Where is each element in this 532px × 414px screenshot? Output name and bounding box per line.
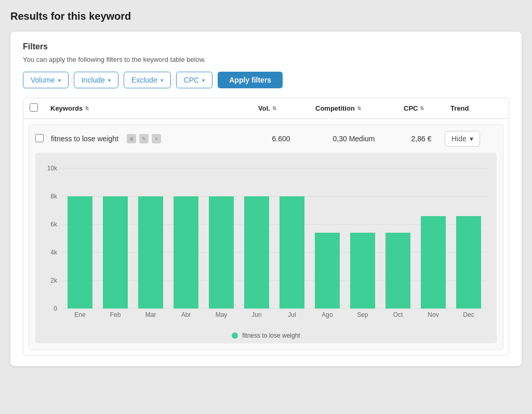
bar-feb [103,196,128,309]
keyword-action-icons: ⊕ ✎ + [127,134,161,143]
keyword-row-container: fitness to lose weight ⊕ ✎ + 6.600 0,30 … [29,124,503,350]
cpc-filter-label: CPC [184,76,200,84]
volume-filter-button[interactable]: Volume ▾ [23,72,69,88]
hide-chevron-icon: ▾ [470,135,473,143]
row-checkbox-cell [35,134,51,144]
keywords-sort-icon[interactable]: ⇅ [85,105,89,111]
competition-score: 0,30 [333,135,349,143]
page-title: Results for this keyword [10,10,522,22]
x-label-abr: Abr [181,311,191,318]
header-checkbox-cell [30,103,50,113]
col-vol: Vol. ⇅ [258,104,315,112]
x-label-jun: Jun [251,311,261,318]
main-card: Filters You can apply the following filt… [10,32,522,366]
select-all-checkbox[interactable] [30,103,38,112]
legend-dot [232,332,238,339]
keyword-text: fitness to lose weight [51,135,118,143]
keyword-name-cell: fitness to lose weight ⊕ ✎ + [51,134,252,143]
x-label-nov: Nov [428,311,438,318]
volume-filter-label: Volume [31,76,55,84]
x-label-dec: Dec [463,311,474,318]
bar-abr [174,196,198,309]
volume-chevron-icon: ▾ [58,77,61,83]
page-container: Results for this keyword Filters You can… [10,10,522,366]
exclude-filter-label: Exclude [131,76,157,84]
y-label-10k: 10k [47,165,58,172]
keyword-competition: 0,30 Medium [310,135,398,143]
bar-jul [280,196,304,309]
cpc-sort-icon[interactable]: ⇅ [420,105,424,111]
y-label-2k: 2k [50,277,58,284]
x-label-jul: Jul [288,311,296,318]
include-filter-label: Include [82,76,105,84]
col-competition: Competition ⇅ [315,104,404,112]
x-label-mar: Mar [145,311,156,318]
filter-row: Volume ▾ Include ▾ Exclude ▾ CPC ▾ Apply… [23,72,509,88]
keyword-copy-icon[interactable]: ⊕ [127,134,136,143]
hide-button[interactable]: Hide ▾ [445,131,480,146]
bar-ene [68,196,92,309]
legend-label: fitness to lose weight [242,332,300,339]
filters-description: You can apply the following filters to t… [23,56,509,63]
cpc-chevron-icon: ▾ [202,77,205,83]
table-header: Keywords ⇅ Vol. ⇅ Competition ⇅ CPC ⇅ Tr… [23,98,509,119]
x-label-oct: Oct [393,311,403,318]
hide-button-cell: Hide ▾ [445,131,497,146]
y-label-6k: 6k [50,221,58,228]
x-label-sep: Sep [357,311,368,318]
competition-label: Medium [349,135,375,143]
bar-oct [385,233,410,309]
col-trend: Trend [450,104,502,112]
keyword-edit-icon[interactable]: ✎ [139,134,149,143]
filters-section: Filters You can apply the following filt… [23,42,509,88]
y-label-0: 0 [54,305,57,312]
competition-sort-icon[interactable]: ⇅ [357,105,361,111]
apply-filters-button[interactable]: Apply filters [218,72,283,88]
bar-chart-svg: 10k 8k 6k 4k 2k 0 [42,161,490,327]
y-label-4k: 4k [50,249,58,256]
keyword-add-icon[interactable]: + [152,134,161,143]
exclude-filter-button[interactable]: Exclude ▾ [124,72,171,88]
include-filter-button[interactable]: Include ▾ [74,72,118,88]
x-label-ago: Ago [322,311,333,318]
x-label-feb: Feb [110,311,121,318]
x-label-ene: Ene [74,311,86,318]
exclude-chevron-icon: ▾ [161,77,163,83]
chart-svg-wrapper: 10k 8k 6k 4k 2k 0 [42,161,490,329]
bar-sep [350,233,375,309]
cpc-filter-button[interactable]: CPC ▾ [176,72,213,88]
filters-title: Filters [23,42,509,51]
bar-ago [315,233,340,309]
col-keywords: Keywords ⇅ [50,104,258,112]
x-label-may: May [216,311,228,318]
bar-dec [456,216,481,309]
keyword-cpc: 2,86 € [398,135,445,143]
keyword-table: Keywords ⇅ Vol. ⇅ Competition ⇅ CPC ⇅ Tr… [23,98,509,356]
row-checkbox[interactable] [35,134,44,142]
y-label-8k: 8k [50,193,58,200]
bar-may [209,196,234,309]
trend-chart: 10k 8k 6k 4k 2k 0 [35,153,497,343]
vol-sort-icon[interactable]: ⇅ [272,105,276,111]
chart-legend: fitness to lose weight [42,332,490,339]
bar-nov [421,216,446,309]
keyword-volume: 6.600 [252,135,310,143]
col-cpc: CPC ⇅ [404,104,450,112]
bar-jun [244,196,269,309]
bar-mar [138,196,163,309]
include-chevron-icon: ▾ [108,77,111,83]
table-row: fitness to lose weight ⊕ ✎ + 6.600 0,30 … [35,131,497,146]
hide-label: Hide [451,135,467,143]
